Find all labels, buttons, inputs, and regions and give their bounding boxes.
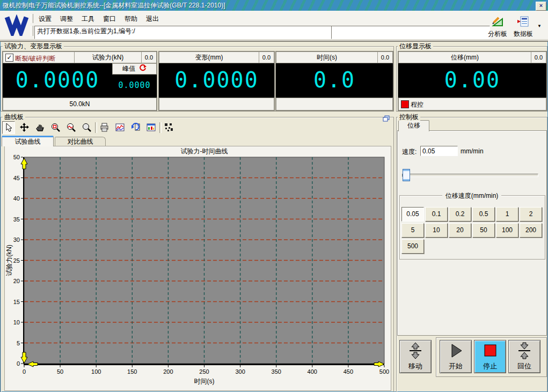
- svg-text:15: 15: [13, 299, 20, 305]
- speed-option-0.1[interactable]: 0.1: [425, 207, 448, 221]
- menu-item-2[interactable]: 工具: [77, 13, 99, 25]
- force-header-cell[interactable]: 试验力(kN): [74, 51, 142, 63]
- speed-option-0.2[interactable]: 0.2: [449, 207, 471, 221]
- deform-aux-cell: 0.0: [259, 51, 274, 63]
- force-value-display: 0.0000: [3, 63, 112, 98]
- force-time-chart[interactable]: 试验力-时间曲线05101520253035404550050100150200…: [5, 146, 391, 390]
- speed-option-20[interactable]: 20: [449, 223, 471, 238]
- speed-group-caption: 位移速度(mm/min): [399, 191, 544, 201]
- svg-text:0: 0: [23, 368, 26, 375]
- menu-gripper: [31, 14, 33, 23]
- force-aux-cell: 0.0: [141, 51, 157, 63]
- speed-option-10[interactable]: 10: [425, 223, 448, 238]
- tab-displacement-label: 位移: [407, 122, 420, 129]
- speed-option-0.05[interactable]: 0.05: [401, 207, 424, 221]
- svg-text:30: 30: [13, 236, 20, 243]
- move-tool-icon[interactable]: [18, 121, 31, 134]
- time-aux-cell: 0.0: [377, 51, 393, 63]
- barcode-icon[interactable]: [162, 121, 175, 134]
- speed-slider-track[interactable]: [402, 174, 538, 177]
- force-display-box: ✓ 断裂/破碎判断 试验力(kN) 0.0 0.0000 峰值 0.0000 5…: [2, 51, 157, 111]
- zoom-curve-icon[interactable]: [64, 121, 77, 134]
- speed-option-5[interactable]: 5: [401, 223, 424, 238]
- deform-bottom-strip: [159, 98, 274, 110]
- speed-option-2[interactable]: 2: [520, 207, 542, 221]
- speed-slider-thumb[interactable]: [403, 169, 410, 181]
- force-panel-caption: 试验力、变形显示板: [3, 42, 64, 50]
- svg-text:250: 250: [199, 368, 209, 375]
- menu-item-0[interactable]: 设置: [34, 13, 56, 25]
- stop-icon: [483, 342, 498, 359]
- peak-reset-icon[interactable]: [139, 64, 147, 72]
- close-icon: ×: [539, 2, 543, 9]
- control-panel-caption: 控制板: [398, 113, 420, 121]
- break-check-label: 断裂/破碎判断: [15, 54, 55, 63]
- speed-option-0.5[interactable]: 0.5: [472, 207, 495, 221]
- menu-item-4[interactable]: 帮助: [120, 13, 142, 25]
- move-label: 移动: [400, 361, 431, 371]
- toolbar-separator: [159, 122, 162, 133]
- peak-value-display: 0.0000: [112, 75, 157, 98]
- speed-option-100[interactable]: 100: [496, 223, 518, 238]
- toolbar-separator: [95, 122, 97, 133]
- menu-item-3[interactable]: 窗口: [99, 13, 120, 25]
- export-report-icon[interactable]: [129, 121, 142, 134]
- float-panel-icon: [383, 115, 390, 122]
- svg-text:450: 450: [344, 368, 353, 375]
- toolbar-overflow-icon[interactable]: ▼: [537, 24, 542, 28]
- time-display-box: 时间(s) 0.0 0.0: [275, 51, 393, 111]
- analysis-board-button[interactable]: 分析板: [485, 16, 510, 39]
- data-board-label: 数据板: [510, 29, 536, 39]
- zoom-box-icon[interactable]: [49, 121, 62, 134]
- speed-option-500[interactable]: 500: [401, 239, 424, 254]
- menu-item-1[interactable]: 调整: [56, 13, 77, 25]
- return-button[interactable]: 回位: [508, 340, 540, 373]
- move-icon: [408, 342, 423, 359]
- tab-compare-curve[interactable]: 对比曲线: [55, 137, 106, 146]
- print-icon[interactable]: [98, 121, 111, 134]
- disp-mode-strip: 程控: [398, 98, 546, 110]
- speed-unit-label: mm/min: [461, 147, 484, 155]
- speed-option-50[interactable]: 50: [472, 223, 495, 238]
- move-button[interactable]: 移动: [399, 340, 432, 373]
- break-checkbox[interactable]: ✓: [5, 54, 13, 62]
- deform-display-box: 变形(mm) 0.0 0.0000: [158, 51, 275, 111]
- disp-header-cell[interactable]: 位移(mm): [398, 51, 531, 63]
- svg-text:10: 10: [13, 319, 20, 326]
- zoom-out-icon[interactable]: [80, 121, 93, 134]
- menu-item-5[interactable]: 退出: [142, 13, 163, 25]
- svg-text:500: 500: [379, 368, 389, 375]
- float-panel-button[interactable]: [382, 115, 391, 123]
- tab-compare-curve-label: 对比曲线: [68, 138, 93, 145]
- return-label: 回位: [509, 361, 540, 371]
- speed-input[interactable]: [420, 146, 458, 156]
- start-button[interactable]: 开始: [440, 340, 472, 373]
- analysis-board-label: 分析板: [485, 29, 510, 39]
- deform-header-cell[interactable]: 变形(mm): [159, 51, 259, 63]
- stop-button[interactable]: 停止: [474, 340, 506, 373]
- data-window-icon[interactable]: [144, 121, 157, 134]
- curve-graph-icon[interactable]: [113, 121, 126, 134]
- speed-option-1[interactable]: 1: [496, 207, 518, 221]
- peak-header-cell[interactable]: 峰值: [112, 63, 157, 75]
- select-cursor-icon[interactable]: [2, 121, 15, 134]
- svg-text:300: 300: [235, 368, 245, 375]
- svg-text:50: 50: [13, 154, 20, 160]
- force-range-label: 50.0kN: [3, 98, 157, 110]
- tab-test-curve[interactable]: 试验曲线: [2, 136, 54, 146]
- speed-group-title: 位移速度(mm/min): [442, 192, 502, 199]
- header-bar: 设置调整工具窗口帮助退出 共打开数据1条,当前位置为1,编号:/ 分析板 数据板…: [0, 11, 548, 42]
- chart-title: 试验力-时间曲线: [181, 147, 228, 155]
- svg-text:35: 35: [13, 216, 20, 223]
- pan-hand-icon[interactable]: [33, 121, 46, 134]
- data-board-button[interactable]: 数据板: [510, 16, 536, 39]
- close-button[interactable]: ×: [536, 2, 546, 11]
- data-board-icon: [517, 16, 529, 27]
- start-label: 开始: [440, 361, 471, 371]
- aux-textbox: [331, 26, 490, 39]
- svg-text:20: 20: [13, 278, 20, 284]
- tab-displacement[interactable]: 位移: [398, 120, 429, 131]
- time-bottom-strip: [276, 98, 393, 110]
- time-header-cell[interactable]: 时间(s): [276, 51, 378, 63]
- speed-option-200[interactable]: 200: [520, 223, 542, 238]
